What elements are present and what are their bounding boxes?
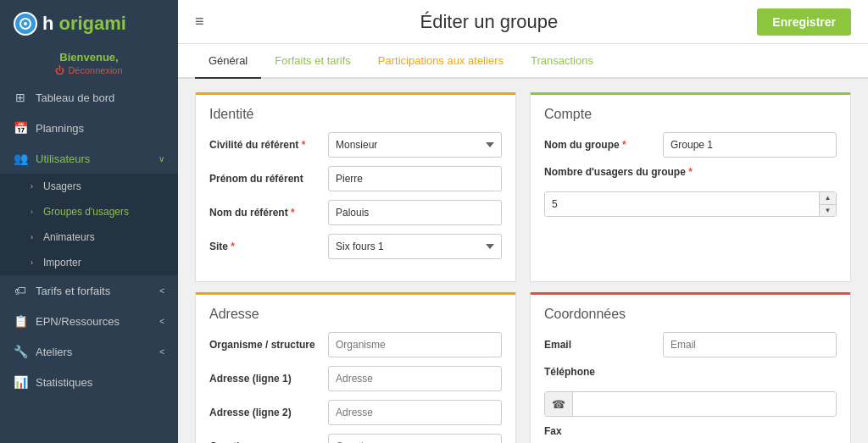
- spinner-up-button[interactable]: ▲: [819, 192, 836, 205]
- quartier-input[interactable]: [328, 434, 502, 443]
- sidebar-nav: ⊞ Tableau de bord 📅 Plannings 👥 Utilisat…: [0, 82, 178, 443]
- sidebar-item-groupes[interactable]: › Groupes d'usagers: [0, 199, 178, 224]
- logo: horigami: [0, 0, 178, 44]
- nom-groupe-field-row: Nom du groupe *: [544, 132, 837, 158]
- nb-usagers-input[interactable]: [544, 191, 837, 217]
- sidebar: horigami Bienvenue, ⏻ Déconnexion ⊞ Tabl…: [0, 0, 178, 443]
- sidebar-item-animateurs[interactable]: › Animateurs: [0, 224, 178, 250]
- form-row-top: Identité Civilité du référent * Monsieur…: [178, 79, 868, 282]
- page-title: Éditer un groupe: [221, 11, 758, 33]
- phone-icon: ☎: [545, 392, 573, 416]
- logo-origami: origami: [58, 13, 125, 35]
- workshop-icon: 🔧: [14, 345, 27, 358]
- sidebar-item-tarifs[interactable]: 🏷 Tarifs et forfaits <: [0, 275, 178, 306]
- logo-h: h: [42, 13, 53, 35]
- sidebar-item-label: Statistiques: [36, 376, 92, 389]
- tab-bar: Général Forfaits et tarifs Participation…: [178, 44, 868, 79]
- top-bar: ≡ Éditer un groupe Enregistrer: [178, 0, 868, 44]
- email-input[interactable]: [663, 332, 837, 357]
- nom-groupe-input[interactable]: [663, 132, 837, 158]
- nom-label: Nom du référent *: [209, 207, 320, 219]
- sidebar-item-tableau[interactable]: ⊞ Tableau de bord: [0, 82, 178, 113]
- tag-icon: 🏷: [14, 284, 27, 297]
- tab-forfaits[interactable]: Forfaits et tarifs: [261, 44, 364, 79]
- telephone-input[interactable]: [573, 392, 836, 416]
- compte-title: Compte: [544, 107, 837, 122]
- sidebar-item-label: Tableau de bord: [36, 91, 114, 104]
- content-area: Général Forfaits et tarifs Participation…: [178, 44, 868, 443]
- compte-section: Compte Nom du groupe * Nombre d'usagers …: [530, 92, 851, 282]
- sidebar-item-label: Plannings: [36, 122, 84, 135]
- spinner-down-button[interactable]: ▼: [819, 205, 836, 217]
- tab-participations[interactable]: Participations aux ateliers: [364, 44, 517, 79]
- sidebar-item-utilisateurs[interactable]: 👥 Utilisateurs ∨: [0, 143, 178, 174]
- chevron-left-icon: <: [159, 286, 164, 296]
- sidebar-item-statistiques[interactable]: 📊 Statistiques: [0, 367, 178, 397]
- adresse-title: Adresse: [209, 307, 502, 322]
- chevron-down-icon: ∨: [159, 154, 164, 163]
- stats-icon: 📊: [14, 375, 27, 389]
- civilite-label: Civilité du référent *: [209, 139, 320, 151]
- nb-usagers-spinner: ▲ ▼: [544, 191, 837, 217]
- chevron-right-icon: ›: [31, 182, 33, 191]
- site-select[interactable]: Six fours 1: [328, 234, 502, 259]
- adresse1-input[interactable]: [328, 366, 502, 391]
- svg-point-1: [24, 22, 27, 25]
- organisme-input[interactable]: [328, 332, 502, 357]
- sidebar-item-plannings[interactable]: 📅 Plannings: [0, 113, 178, 143]
- chevron-right-icon: ›: [31, 233, 33, 241]
- chevron-right-icon: ›: [31, 258, 33, 267]
- deconnexion-link[interactable]: ⏻ Déconnexion: [14, 65, 164, 75]
- tab-transactions[interactable]: Transactions: [517, 44, 607, 79]
- resource-icon: 📋: [14, 314, 27, 328]
- identite-title: Identité: [209, 107, 502, 122]
- nb-usagers-field-row: Nombre d'usagers du groupe * ▲ ▼: [544, 166, 837, 217]
- nom-field-row: Nom du référent *: [209, 200, 502, 225]
- site-field-row: Site * Six fours 1: [209, 234, 502, 259]
- sidebar-sub-label: Importer: [43, 257, 81, 269]
- adresse1-label: Adresse (ligne 1): [209, 373, 320, 385]
- nb-usagers-label: Nombre d'usagers du groupe *: [544, 166, 693, 178]
- civilite-select[interactable]: Monsieur Madame Autre: [328, 132, 502, 158]
- sidebar-item-usagers[interactable]: › Usagers: [0, 174, 178, 199]
- form-row-bottom: Adresse Organisme / structure Adresse (l…: [178, 282, 868, 443]
- sidebar-subnav: › Usagers › Groupes d'usagers › Animateu…: [0, 174, 178, 275]
- identite-section: Identité Civilité du référent * Monsieur…: [195, 92, 516, 282]
- chevron-left-icon: <: [159, 317, 164, 326]
- sidebar-item-epn[interactable]: 📋 EPN/Ressources <: [0, 306, 178, 336]
- fax-field-row: Fax ☎: [544, 425, 837, 443]
- sidebar-item-label: EPN/Ressources: [36, 315, 120, 328]
- fax-label: Fax: [544, 425, 562, 437]
- adresse2-field-row: Adresse (ligne 2): [209, 400, 502, 425]
- main-content: ≡ Éditer un groupe Enregistrer Général F…: [178, 0, 868, 443]
- adresse1-field-row: Adresse (ligne 1): [209, 366, 502, 391]
- sidebar-item-ateliers[interactable]: 🔧 Ateliers <: [0, 336, 178, 367]
- chevron-right-icon: ›: [31, 208, 33, 216]
- required-marker: *: [291, 207, 295, 219]
- email-field-row: Email: [544, 332, 837, 357]
- bienvenue-label: Bienvenue,: [14, 51, 164, 64]
- organisme-label: Organisme / structure: [209, 339, 320, 351]
- hamburger-button[interactable]: ≡: [195, 13, 204, 30]
- calendar-icon: 📅: [14, 121, 27, 135]
- required-marker: *: [302, 139, 306, 151]
- organisme-field-row: Organisme / structure: [209, 332, 502, 357]
- adresse2-input[interactable]: [328, 400, 502, 425]
- adresse-section: Adresse Organisme / structure Adresse (l…: [195, 292, 516, 443]
- save-button[interactable]: Enregistrer: [757, 8, 851, 36]
- tab-general[interactable]: Général: [195, 44, 261, 79]
- power-icon: ⏻: [55, 65, 64, 75]
- logo-icon: [14, 12, 37, 36]
- sidebar-sub-label: Animateurs: [43, 231, 95, 243]
- site-label: Site *: [209, 241, 320, 252]
- quartier-field-row: Quartier: [209, 434, 502, 443]
- telephone-label: Téléphone: [544, 366, 595, 378]
- sidebar-item-label: Ateliers: [36, 346, 72, 358]
- users-icon: 👥: [14, 152, 27, 165]
- nom-input[interactable]: [328, 200, 502, 225]
- sidebar-item-importer[interactable]: › Importer: [0, 250, 178, 275]
- spinner-controls: ▲ ▼: [819, 192, 836, 216]
- prenom-input[interactable]: [328, 166, 502, 191]
- chevron-left-icon: <: [159, 347, 164, 357]
- telephone-field-row: Téléphone ☎: [544, 366, 837, 417]
